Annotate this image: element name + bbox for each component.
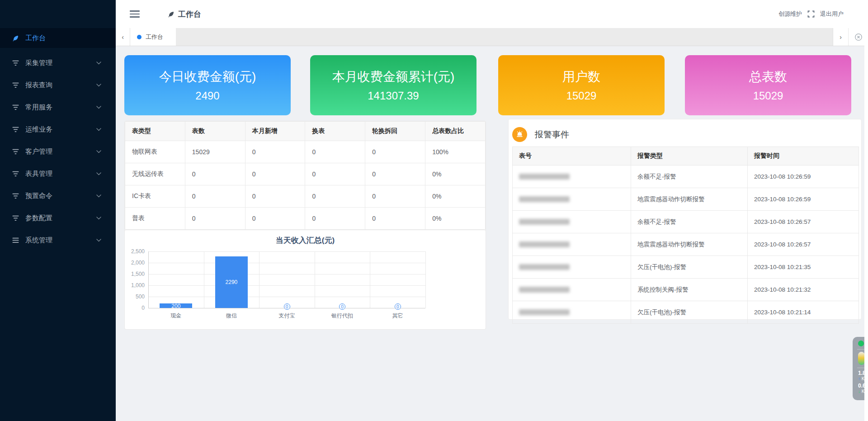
meter-number-masked: [513, 233, 631, 256]
stat-card-3: 用户数15029: [498, 55, 665, 115]
filter-icon: [12, 171, 20, 177]
maintainer-link[interactable]: 创源维护: [778, 10, 802, 18]
alarm-col-header: 报警类型: [631, 147, 748, 166]
meter-number-masked: [513, 166, 631, 188]
sidebar-item-label: 运维业务: [25, 125, 52, 134]
y-axis-tick: 0: [125, 305, 145, 311]
fullscreen-icon[interactable]: [807, 10, 815, 18]
tab-scroll-right-button[interactable]: ›: [833, 28, 849, 46]
meter-col-header: 表数: [185, 122, 245, 141]
bar-value-label: 200: [162, 303, 189, 309]
tab-workbench[interactable]: 工作台: [130, 28, 176, 46]
sidebar-item-7[interactable]: 表具管理: [0, 163, 116, 185]
x-axis-label: 银行代扣: [320, 312, 365, 320]
top-bar: 工作台 创源维护 退出用户: [116, 0, 868, 28]
chevron-down-icon: [96, 194, 101, 198]
blurred-meter-number: [519, 174, 570, 180]
stat-card-value: 141307.39: [368, 90, 419, 102]
chevron-down-icon: [96, 128, 101, 131]
sidebar-item-1[interactable]: 工作台: [0, 28, 116, 48]
sidebar-item-2[interactable]: 采集管理: [0, 52, 116, 74]
alarm-bell-icon: [512, 127, 527, 142]
alarm-time: 2023-10-08 10:26:59: [748, 166, 859, 188]
x-axis-label: 现金: [153, 312, 198, 320]
y-axis-tick: 500: [125, 293, 145, 300]
logout-link[interactable]: 退出用户: [820, 10, 844, 18]
hamburger-menu-icon[interactable]: [130, 9, 140, 19]
table-row: 物联网表15029000100%: [125, 141, 486, 163]
tab-scroll-left-button[interactable]: ‹: [116, 28, 130, 46]
alarm-time: 2023-10-08 10:21:32: [748, 279, 859, 301]
sidebar-item-8[interactable]: 预置命令: [0, 185, 116, 207]
meter-col-header: 表类型: [125, 122, 185, 141]
alarm-time: 2023-10-08 10:21:14: [748, 301, 859, 324]
alarm-type: 系统控制关阀-报警: [631, 279, 748, 301]
tab-label: 工作台: [146, 33, 163, 41]
stat-card-title: 用户数: [562, 68, 600, 85]
sidebar-item-4[interactable]: 常用服务: [0, 96, 116, 118]
meter-cell: 0%: [425, 163, 486, 185]
meter-cell: 0: [365, 141, 425, 163]
meter-number-masked: [513, 188, 631, 211]
topbar-right: 创源维护 退出用户: [778, 10, 844, 18]
alarm-panel-header: 报警事件: [509, 119, 861, 147]
alarm-row: 系统控制关阀-报警2023-10-08 10:21:32: [513, 279, 859, 301]
sidebar-item-label: 参数配置: [25, 214, 52, 222]
meter-summary-panel: 表类型表数本月新增换表轮换拆回总表数占比物联网表15029000100%无线远传…: [124, 121, 486, 330]
y-axis-tick: 1,500: [125, 271, 145, 277]
sidebar-item-6[interactable]: 客户管理: [0, 141, 116, 163]
meter-number-masked: [513, 211, 631, 233]
sidebar-item-label: 系统管理: [25, 236, 52, 245]
sidebar-item-5[interactable]: 运维业务: [0, 118, 116, 141]
filter-icon: [12, 149, 20, 155]
sidebar-item-label: 采集管理: [25, 59, 52, 67]
alarm-row: 欠压(干电池)-报警2023-10-08 10:21:14: [513, 301, 859, 324]
stat-card-value: 2490: [195, 90, 219, 102]
menu-icon: [12, 237, 20, 243]
sidebar-item-3[interactable]: 报表查询: [0, 74, 116, 96]
meter-cell: 0: [245, 141, 305, 163]
alarm-type: 余额不足-报警: [631, 211, 748, 233]
tab-bar-controls: ›: [833, 28, 868, 46]
alarm-time: 2023-10-08 10:26:59: [748, 188, 859, 211]
sidebar-item-label: 工作台: [25, 34, 46, 43]
meter-cell: 0: [245, 185, 305, 208]
meter-col-header: 总表数占比: [425, 122, 486, 141]
alarm-table: 表号报警类型报警时间余额不足-报警2023-10-08 10:26:59地震震感…: [509, 147, 861, 324]
meter-cell: 无线远传表: [125, 163, 185, 185]
zero-value-marker: 0: [395, 303, 401, 310]
alarm-type: 欠压(干电池)-报警: [631, 301, 748, 324]
y-axis-tick: 2,000: [125, 260, 145, 266]
meter-cell: 0: [245, 163, 305, 185]
tab-close-all-icon[interactable]: [849, 28, 868, 46]
filter-icon: [12, 104, 20, 110]
stat-card-value: 15029: [566, 90, 597, 102]
meter-cell: 0: [305, 141, 365, 163]
chevron-down-icon: [96, 239, 101, 242]
x-axis-label: 其它: [375, 312, 420, 320]
sidebar-item-9[interactable]: 参数配置: [0, 207, 116, 229]
meter-table: 表类型表数本月新增换表轮换拆回总表数占比物联网表15029000100%无线远传…: [125, 121, 486, 230]
chevron-down-icon: [96, 106, 101, 109]
sidebar-item-10[interactable]: 系统管理: [0, 229, 116, 251]
meter-cell: 物联网表: [125, 141, 185, 163]
scrollbar[interactable]: [864, 46, 868, 421]
alarm-panel-title: 报警事件: [535, 129, 569, 141]
meter-cell: 0: [185, 163, 245, 185]
stat-card-4: 总表数15029: [685, 55, 851, 115]
meter-number-masked: [513, 279, 631, 301]
page-title-text: 工作台: [178, 9, 201, 19]
gauge-pill-icon: [858, 352, 865, 365]
chevron-down-icon: [96, 217, 101, 220]
dashboard-screen: 工作台采集管理报表查询常用服务运维业务客户管理表具管理预置命令参数配置系统管理 …: [0, 0, 868, 421]
alarm-type: 欠压(干电池)-报警: [631, 256, 748, 279]
blurred-meter-number: [519, 264, 570, 270]
page-title: 工作台: [168, 9, 201, 19]
y-axis-tick: 1,000: [125, 282, 145, 289]
stat-card-title: 本月收费金额累计(元): [332, 68, 455, 85]
alarm-type: 地震震感器动作切断报警: [631, 233, 748, 256]
stat-card-title: 今日收费金额(元): [159, 68, 256, 85]
stat-card-2: 本月收费金额累计(元)141307.39: [310, 55, 476, 115]
meter-col-header: 本月新增: [245, 122, 305, 141]
meter-cell: 0%: [425, 208, 486, 230]
